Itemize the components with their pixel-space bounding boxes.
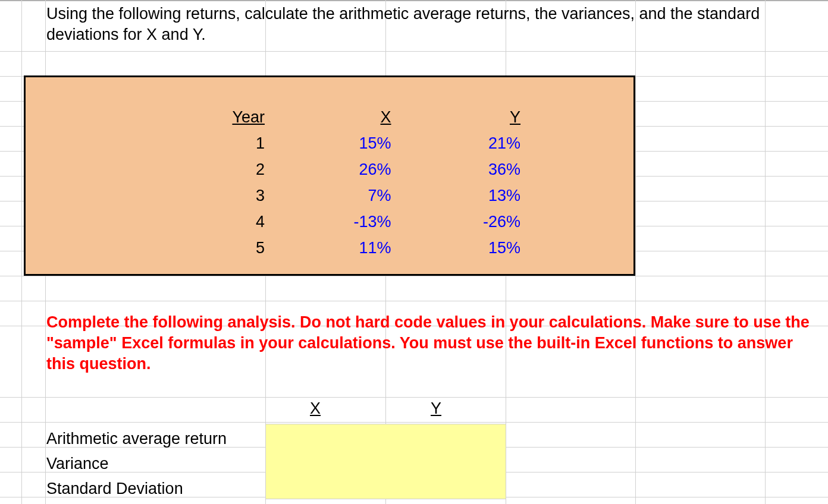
x-cell: 11% bbox=[269, 235, 391, 261]
returns-table: Year X Y 1 15% 21% 2 26% 36% 3 7% 13% 4 … bbox=[217, 104, 520, 261]
instruction-text: Complete the following analysis. Do not … bbox=[46, 312, 826, 374]
year-cell: 2 bbox=[217, 156, 265, 182]
header-x: X bbox=[269, 104, 391, 130]
answer-row-label: Variance bbox=[46, 451, 227, 476]
table-row: 1 15% 21% bbox=[217, 130, 520, 156]
table-row: 2 26% 36% bbox=[217, 156, 520, 182]
answer-input-area[interactable] bbox=[265, 424, 506, 499]
y-cell: 15% bbox=[396, 235, 520, 261]
x-cell: 7% bbox=[269, 182, 391, 209]
y-cell: 21% bbox=[396, 130, 520, 156]
answer-row-label: Arithmetic average return bbox=[46, 426, 227, 451]
answer-row-label: Standard Deviation bbox=[46, 476, 227, 501]
answer-labels: Arithmetic average return Variance Stand… bbox=[46, 426, 227, 501]
header-year: Year bbox=[217, 104, 265, 130]
x-cell: 26% bbox=[269, 156, 391, 182]
answer-header-y: Y bbox=[431, 399, 441, 418]
y-cell: 13% bbox=[396, 182, 520, 209]
year-cell: 1 bbox=[217, 130, 265, 156]
x-cell: -13% bbox=[269, 209, 391, 235]
x-cell: 15% bbox=[269, 130, 391, 156]
problem-statement: Using the following returns, calculate t… bbox=[46, 4, 814, 45]
table-row: 4 -13% -26% bbox=[217, 209, 520, 235]
year-cell: 3 bbox=[217, 182, 265, 209]
year-cell: 4 bbox=[217, 209, 265, 235]
header-y: Y bbox=[396, 104, 520, 130]
answer-header-x: X bbox=[310, 399, 321, 418]
y-cell: -26% bbox=[396, 209, 520, 235]
table-row: 3 7% 13% bbox=[217, 182, 520, 209]
table-row: 5 11% 15% bbox=[217, 235, 520, 261]
year-cell: 5 bbox=[217, 235, 265, 261]
y-cell: 36% bbox=[396, 156, 520, 182]
